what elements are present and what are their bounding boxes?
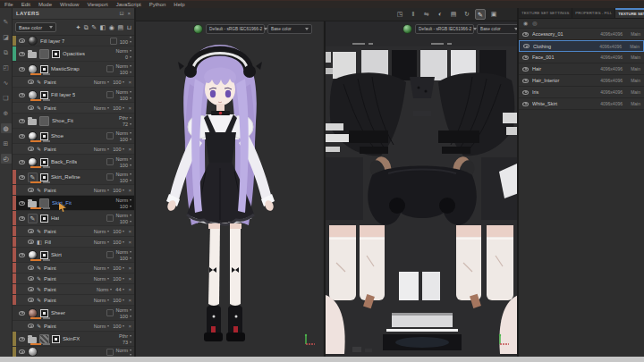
visibility-eye-icon[interactable] bbox=[19, 52, 25, 56]
visibility-eye-icon[interactable] bbox=[19, 134, 25, 139]
layer-row[interactable]: Fill layer 5Norm100 bbox=[13, 88, 134, 103]
layer-row[interactable]: ✎Skirt_RefineNorm100 bbox=[13, 170, 134, 185]
visibility-eye-icon[interactable] bbox=[522, 55, 529, 60]
opacity-dropdown[interactable]: 100 bbox=[113, 298, 124, 303]
remove-effect-icon[interactable]: × bbox=[128, 104, 131, 113]
opacity-dropdown[interactable]: 73 bbox=[123, 340, 131, 345]
menu-help[interactable]: Help bbox=[174, 1, 184, 9]
blend-mode-dropdown[interactable]: Norm bbox=[94, 276, 109, 282]
layer-row[interactable]: ✎PaintNorm100× bbox=[13, 274, 134, 284]
channel-selector-dropdown[interactable]: Base color bbox=[15, 22, 56, 32]
channel-dropdown-2d[interactable]: Base color bbox=[477, 24, 517, 34]
layer-row[interactable]: Fill layer 7100 bbox=[13, 36, 134, 46]
remove-effect-icon[interactable]: × bbox=[128, 285, 131, 294]
layer-row[interactable]: ✎PaintNorm100× bbox=[13, 185, 134, 196]
isolate-set-icon[interactable]: ◎ bbox=[532, 19, 537, 29]
opacity-dropdown[interactable]: 100 bbox=[120, 256, 131, 261]
layer-row[interactable]: Norm bbox=[13, 347, 134, 357]
blend-mode-dropdown[interactable]: Pthr bbox=[119, 115, 131, 121]
pause-engine-icon[interactable]: ‖ bbox=[408, 9, 419, 20]
opacity-dropdown[interactable]: 100 bbox=[120, 70, 131, 75]
channel-dropdown-3d[interactable]: Base color bbox=[267, 24, 312, 34]
remove-effect-icon[interactable]: × bbox=[128, 78, 131, 87]
menu-window[interactable]: Window bbox=[60, 1, 79, 9]
layer-row[interactable]: OpacitiesNorm0 bbox=[13, 46, 134, 62]
add-stencil-icon[interactable]: ⧉ bbox=[84, 24, 89, 31]
quick-mask-tool-icon[interactable]: ⊞ bbox=[1, 139, 12, 148]
screenshot-icon[interactable]: ▣ bbox=[488, 9, 499, 20]
visibility-eye-icon[interactable] bbox=[19, 67, 25, 72]
colorspace-dropdown-2d[interactable]: Default - sRGB IEC61966-2 bbox=[415, 24, 474, 34]
visibility-eye-icon[interactable] bbox=[28, 298, 34, 302]
blend-mode-dropdown[interactable]: Norm bbox=[94, 240, 109, 245]
menu-edit[interactable]: Edit bbox=[21, 1, 30, 9]
layer-row[interactable]: ✎PaintNorm100× bbox=[13, 103, 134, 114]
layer-row[interactable]: ◧FillNorm100× bbox=[13, 237, 134, 248]
layer-row[interactable]: ✎PaintNorm100× bbox=[13, 144, 134, 155]
colorspace-dropdown-3d[interactable]: Default - sRGB IEC61966-2 bbox=[206, 24, 265, 34]
visibility-eye-icon[interactable] bbox=[522, 102, 529, 106]
opacity-dropdown[interactable]: 100 bbox=[120, 163, 131, 168]
add-fill-layer-icon[interactable]: ◧ bbox=[100, 24, 106, 31]
remove-effect-icon[interactable]: × bbox=[128, 238, 131, 247]
visibility-eye-icon[interactable] bbox=[28, 240, 34, 244]
opacity-dropdown[interactable]: 100 bbox=[120, 178, 131, 183]
menu-javascript[interactable]: JavaScript bbox=[116, 1, 141, 9]
tab-properties-fill[interactable]: PROPERTIES - FILL bbox=[572, 8, 615, 18]
viewport-3d[interactable]: Default - sRGB IEC61966-2 Base color bbox=[136, 21, 323, 357]
texture-set-row[interactable]: Accessory_014096x4096Main bbox=[519, 29, 644, 40]
layer-row[interactable]: MasticStrapNorm100 bbox=[13, 62, 134, 77]
opacity-dropdown[interactable]: 100 bbox=[120, 204, 131, 209]
opacity-dropdown[interactable]: 100 bbox=[113, 276, 124, 282]
visibility-eye-icon[interactable] bbox=[28, 265, 34, 270]
tab-texture-set-settings[interactable]: TEXTURE SET SETTINGS bbox=[519, 8, 572, 18]
visibility-eye-icon[interactable] bbox=[19, 38, 25, 43]
texture-set-row[interactable]: Hair4096x4096Main bbox=[519, 63, 644, 75]
visibility-eye-icon[interactable] bbox=[28, 229, 34, 233]
layer-row[interactable]: Shoe_FitPthr72 bbox=[13, 114, 134, 129]
visibility-eye-icon[interactable] bbox=[19, 160, 25, 164]
visibility-eye-icon[interactable] bbox=[19, 201, 25, 206]
blend-mode-dropdown[interactable]: Norm bbox=[116, 48, 131, 54]
visibility-eye-icon[interactable] bbox=[19, 311, 25, 316]
polygon-fill-tool-icon[interactable]: ◰ bbox=[1, 63, 12, 72]
opacity-dropdown[interactable]: 100 bbox=[113, 240, 124, 245]
visibility-eye-icon[interactable] bbox=[19, 349, 25, 354]
menu-viewport[interactable]: Viewport bbox=[87, 1, 107, 9]
visibility-eye-icon[interactable] bbox=[19, 175, 25, 180]
blend-mode-dropdown[interactable]: Norm bbox=[116, 63, 131, 69]
blend-mode-dropdown[interactable]: Norm bbox=[94, 105, 109, 111]
opacity-dropdown[interactable]: 100 bbox=[113, 265, 124, 271]
remove-effect-icon[interactable]: × bbox=[128, 322, 131, 331]
blend-mode-dropdown[interactable]: Norm bbox=[116, 172, 131, 177]
remove-effect-icon[interactable]: × bbox=[128, 227, 131, 236]
show-all-sets-icon[interactable]: ◉ bbox=[523, 19, 528, 29]
blend-mode-dropdown[interactable]: Norm bbox=[94, 80, 109, 85]
opacity-dropdown[interactable]: 100 bbox=[113, 188, 124, 193]
visibility-eye-icon[interactable] bbox=[19, 93, 25, 97]
blend-mode-dropdown[interactable]: Norm bbox=[116, 213, 131, 218]
clone-tool-icon[interactable]: ❏ bbox=[1, 93, 12, 103]
visibility-eye-icon[interactable] bbox=[522, 90, 529, 95]
character-render[interactable] bbox=[136, 21, 323, 357]
blend-mode-dropdown[interactable]: Pthr bbox=[119, 333, 131, 339]
blend-mode-dropdown[interactable]: Norm bbox=[116, 307, 131, 313]
opacity-dropdown[interactable]: 100 bbox=[113, 324, 124, 329]
opacity-dropdown[interactable]: 72 bbox=[123, 122, 131, 127]
visibility-eye-icon[interactable] bbox=[28, 287, 34, 291]
layer-row[interactable]: ✎PaintNorm100× bbox=[13, 295, 134, 306]
layer-row[interactable]: Skirt_FitNorm100 bbox=[13, 196, 134, 211]
add-paint-layer-icon[interactable]: ✎ bbox=[91, 24, 97, 31]
layer-row[interactable]: ✎PaintNorm100× bbox=[13, 226, 134, 237]
texture-set-row[interactable]: Face_0014096x4096Main bbox=[519, 52, 644, 63]
material-picker-tool-icon[interactable]: ⊕ bbox=[1, 108, 12, 118]
remove-effect-icon[interactable]: × bbox=[128, 145, 131, 154]
blend-mode-dropdown[interactable]: Norm bbox=[116, 89, 131, 95]
uv-texture-render[interactable] bbox=[326, 21, 517, 357]
camera-icon[interactable]: ▤ bbox=[448, 9, 459, 20]
opacity-dropdown[interactable]: 100 bbox=[120, 137, 131, 142]
layer-row[interactable]: ✎PaintNorm100× bbox=[13, 263, 134, 274]
layer-row[interactable]: ✎PaintNorm100× bbox=[13, 321, 134, 332]
symmetry-icon[interactable]: ⇋ bbox=[421, 9, 432, 20]
add-group-icon[interactable]: ▤ bbox=[117, 24, 123, 31]
